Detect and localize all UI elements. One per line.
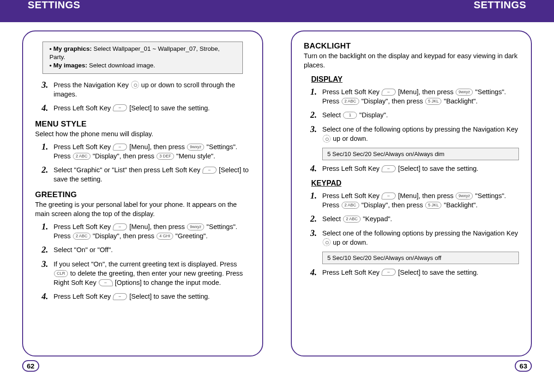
step-number: 4. bbox=[42, 292, 54, 302]
step-text: Press bbox=[322, 201, 341, 209]
step-body: Select one of the following options by p… bbox=[322, 229, 519, 247]
step-text: "Settings". bbox=[205, 223, 237, 230]
menu-style-steps: 1. Press Left Soft Key – [Menu], then pr… bbox=[35, 142, 250, 184]
subhead-keypad: KEYPAD bbox=[311, 179, 519, 187]
step-text: "Menu style". bbox=[175, 152, 215, 160]
note-row: • My graphics: Select Wallpaper_01 ~ Wal… bbox=[49, 45, 236, 61]
page-number-left: 62 bbox=[22, 360, 39, 372]
step-text: "Backlight". bbox=[442, 201, 477, 209]
step-text: [Select] to save the setting. bbox=[396, 165, 478, 172]
digit-key-icon: 5 JKL bbox=[425, 98, 441, 105]
step-body: Select 2 ABC "Keypad". bbox=[322, 214, 519, 223]
step-text: Select one of the following options by p… bbox=[322, 229, 518, 237]
step: 1. Press Left Soft Key – [Menu], then pr… bbox=[42, 222, 250, 241]
digit-key-icon: 9wxyz bbox=[456, 193, 473, 199]
note-label: My graphics: bbox=[53, 45, 91, 52]
panel-left: • My graphics: Select Wallpaper_01 ~ Wal… bbox=[22, 30, 263, 356]
nav-key-icon bbox=[131, 81, 139, 89]
step-text: Press Left Soft Key bbox=[54, 104, 113, 112]
step-text: [Menu], then press bbox=[396, 88, 455, 96]
step-text: up or down. bbox=[331, 135, 368, 142]
section-sub: Select how the phone menu will display. bbox=[35, 130, 250, 139]
step-number: 3. bbox=[42, 80, 54, 90]
step: 2. Select 1 "Display". bbox=[310, 110, 519, 120]
left-soft-key-icon: – bbox=[113, 104, 127, 111]
step-text: "Backlight". bbox=[442, 97, 477, 105]
step-text: [Menu], then press bbox=[127, 143, 187, 151]
step-body: Press Left Soft Key – [Select] to save t… bbox=[322, 268, 519, 277]
step-text: "Greeting". bbox=[174, 232, 208, 240]
digit-key-icon: 2 ABC bbox=[342, 202, 359, 209]
step-body: Select 1 "Display". bbox=[322, 110, 519, 120]
step-number: 4. bbox=[42, 103, 54, 113]
step-text: "Settings". bbox=[473, 192, 506, 199]
section-title-backlight: BACKLIGHT bbox=[304, 42, 519, 51]
section-sub: The greeting is your personal label for … bbox=[35, 200, 250, 218]
step-text: [Select] to save the setting. bbox=[396, 269, 478, 276]
step-number: 1. bbox=[310, 87, 322, 97]
step-body: Press Left Soft Key – [Menu], then press… bbox=[54, 142, 250, 161]
digit-key-icon: 2 ABC bbox=[73, 233, 90, 240]
step-number: 1. bbox=[310, 191, 322, 201]
step-text: If you select "On", the current greeting… bbox=[54, 260, 237, 268]
step-text: "Display". bbox=[357, 111, 388, 119]
note-label: My images: bbox=[53, 62, 87, 69]
right-soft-key-icon: – bbox=[98, 279, 113, 286]
footer: 62 63 bbox=[0, 356, 554, 372]
panel-right: BACKLIGHT Turn on the backlight on the d… bbox=[291, 30, 532, 356]
step-text: "Settings". bbox=[205, 143, 237, 151]
step-body: Select "On" or "Off". bbox=[54, 245, 250, 254]
step-body: Press the Navigation Key up or down to s… bbox=[54, 80, 250, 99]
step-text: Press Left Soft Key bbox=[54, 293, 113, 300]
left-soft-key-icon: – bbox=[381, 269, 396, 276]
step-number: 2. bbox=[310, 214, 322, 224]
step-text: [Menu], then press bbox=[396, 192, 455, 199]
digit-key-icon: 2 ABC bbox=[342, 98, 359, 105]
step-number: 3. bbox=[310, 125, 322, 134]
step-body: Press Left Soft Key – [Select] to save t… bbox=[54, 292, 250, 301]
display-step4: 4. Press Left Soft Key – [Select] to sav… bbox=[304, 164, 519, 174]
keypad-steps: 1. Press Left Soft Key – [Menu], then pr… bbox=[304, 191, 519, 247]
step-text: Press bbox=[54, 152, 72, 160]
step: 4. Press Left Soft Key – [Select] to sav… bbox=[42, 292, 250, 302]
options-box: 5 Sec/10 Sec/20 Sec/Always on/Always dim bbox=[322, 148, 519, 160]
step-number: 3. bbox=[42, 259, 54, 269]
step-text: "Display", then press bbox=[360, 97, 425, 105]
step: 3. Press the Navigation Key up or down t… bbox=[42, 80, 250, 99]
step-text: Press bbox=[54, 232, 72, 240]
page-right: BACKLIGHT Turn on the backlight on the d… bbox=[291, 30, 532, 356]
left-soft-key-icon: – bbox=[113, 144, 127, 151]
options-box: 5 Sec/10 Sec/20 Sec/Always on/Always off bbox=[322, 252, 519, 264]
step-text: Press Left Soft Key bbox=[54, 143, 113, 151]
step-text: Select one of the following options by p… bbox=[322, 126, 518, 133]
step-number: 4. bbox=[310, 164, 322, 174]
step-number: 3. bbox=[310, 229, 322, 238]
step: 3. Select one of the following options b… bbox=[310, 125, 519, 143]
step-text: Press the Navigation Key bbox=[54, 81, 131, 89]
page-spread: • My graphics: Select Wallpaper_01 ~ Wal… bbox=[0, 22, 554, 356]
section-sub: Turn on the backlight on the display and… bbox=[304, 52, 519, 70]
nav-key-icon bbox=[323, 238, 331, 246]
step: 4. Press Left Soft Key – [Select] to sav… bbox=[310, 268, 519, 277]
step-text: Press Left Soft Key bbox=[322, 165, 381, 172]
step: 1. Press Left Soft Key – [Menu], then pr… bbox=[42, 142, 250, 161]
header-title-left: SETTINGS bbox=[28, 0, 80, 11]
step-body: Press Left Soft Key – [Menu], then press… bbox=[322, 191, 519, 210]
page-left: • My graphics: Select Wallpaper_01 ~ Wal… bbox=[22, 30, 263, 356]
digit-key-icon: 5 JKL bbox=[425, 202, 441, 209]
nav-key-icon bbox=[323, 135, 331, 143]
step: 2. Select 2 ABC "Keypad". bbox=[310, 214, 519, 224]
section-title-greeting: GREETING bbox=[35, 190, 250, 199]
step-body: Press Left Soft Key – [Menu], then press… bbox=[322, 87, 519, 106]
step-number: 2. bbox=[310, 110, 322, 120]
step-body: Press Left Soft Key – [Select] to save t… bbox=[322, 164, 519, 173]
step-number: 2. bbox=[42, 165, 54, 175]
step-text: "Keypad". bbox=[361, 215, 392, 223]
digit-key-icon: 1 bbox=[343, 112, 357, 119]
greeting-steps: 1. Press Left Soft Key – [Menu], then pr… bbox=[35, 222, 250, 302]
note-row: • My images: Select download image. bbox=[49, 61, 236, 70]
step-text: Select "Graphic" or "List" then press Le… bbox=[54, 166, 202, 174]
digit-key-icon: 2 ABC bbox=[73, 153, 90, 160]
step-text: Select bbox=[322, 215, 343, 223]
subhead-display: DISPLAY bbox=[311, 75, 519, 84]
